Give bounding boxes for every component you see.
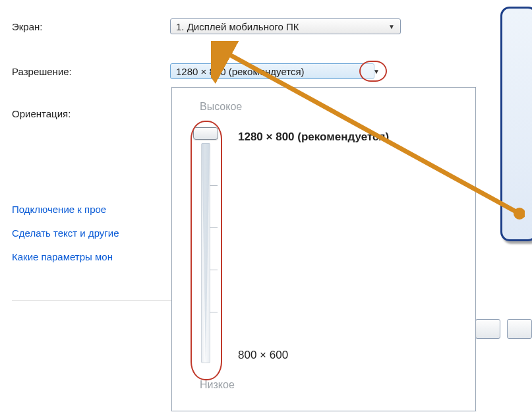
resolution-dropdown[interactable]: 1280 × 800 (рекомендуется) ▼ [170, 63, 374, 79]
screen-dropdown[interactable]: 1. Дисплей мобильного ПК ▼ [170, 18, 401, 34]
annotation-callout [500, 7, 532, 241]
orientation-label: Ориентация: [12, 108, 170, 119]
chevron-down-icon: ▼ [373, 68, 380, 75]
monitor-params-link[interactable]: Какие параметры мон [12, 245, 119, 269]
highlight-ring: ▼ [359, 61, 387, 82]
dialog-button-1[interactable] [475, 319, 500, 339]
slider-tick [210, 270, 218, 270]
slider-high-label: Высокое [200, 101, 242, 113]
resolution-slider-track[interactable] [201, 143, 210, 363]
slider-tick [210, 227, 218, 228]
dialog-button-2[interactable] [507, 319, 532, 339]
resolution-dropdown-value: 1280 × 800 (рекомендуется) [176, 66, 305, 77]
resolution-label: Разрешение: [12, 66, 170, 77]
chevron-down-icon: ▼ [388, 23, 395, 30]
text-size-link[interactable]: Сделать текст и другие [12, 221, 119, 245]
slider-low-label: Низкое [200, 379, 235, 391]
resolution-flyout: Высокое Низкое 1280 × 800 (рекомендуется… [171, 87, 476, 411]
resolution-option-current[interactable]: 1280 × 800 (рекомендуется) [238, 131, 389, 144]
screen-dropdown-value: 1. Дисплей мобильного ПК [176, 21, 299, 32]
projector-link[interactable]: Подключение к прое [12, 198, 119, 221]
resolution-option-min[interactable]: 800 × 600 [238, 349, 288, 362]
resolution-slider-thumb[interactable] [193, 127, 218, 140]
slider-tick [210, 312, 218, 312]
screen-label: Экран: [12, 21, 170, 32]
slider-tick [210, 185, 218, 186]
